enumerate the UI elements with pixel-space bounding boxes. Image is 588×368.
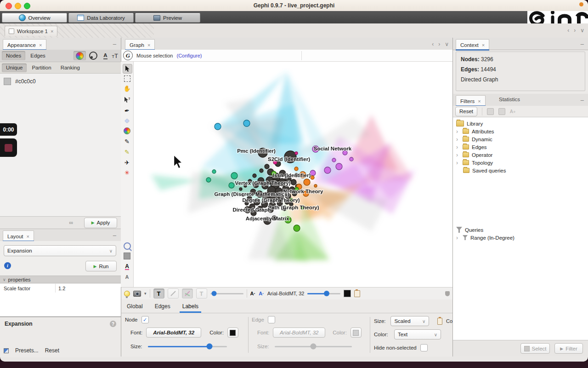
appearance-color-mode-button[interactable]: [74, 51, 86, 60]
center-graph-tool[interactable]: [123, 242, 131, 250]
painter-tool[interactable]: ✒: [123, 106, 131, 115]
layout-info-icon[interactable]: i: [4, 262, 11, 269]
range-expand-icon[interactable]: ›: [456, 235, 460, 241]
graph-node[interactable]: [294, 167, 298, 171]
show-node-labels-button[interactable]: T: [153, 288, 164, 299]
background-color-tool[interactable]: [123, 252, 131, 260]
run-button[interactable]: ▶ Run: [85, 261, 117, 271]
layout-close-icon[interactable]: ×: [27, 234, 29, 239]
sizer-tool[interactable]: ◆: [123, 116, 131, 125]
graph-node[interactable]: [215, 123, 221, 130]
graph-prev-icon[interactable]: ‹: [432, 41, 434, 47]
graph-node[interactable]: [229, 183, 234, 188]
unique-color-swatch[interactable]: [4, 78, 11, 85]
show-edge-labels-button[interactable]: T: [196, 288, 207, 299]
tree-item-edges[interactable]: › Edges: [453, 143, 588, 151]
layout-minimize-icon[interactable]: –: [113, 232, 116, 239]
node-size-slider[interactable]: [148, 346, 227, 347]
data-laboratory-perspective-button[interactable]: Data Laboratory: [68, 13, 134, 23]
graph-node[interactable]: [294, 225, 300, 231]
filters-sheet-icon[interactable]: [487, 108, 494, 115]
presets-button[interactable]: Presets...: [15, 347, 39, 354]
label-color-tool[interactable]: A: [123, 262, 131, 271]
filters-duplicate-icon[interactable]: [498, 108, 505, 115]
tree-item-saved-queries[interactable]: Saved queries: [453, 167, 588, 174]
graph-node[interactable]: [295, 152, 298, 155]
tree-query-range[interactable]: › Range (In-Degree): [453, 234, 588, 242]
tree-queries[interactable]: Queries: [453, 226, 588, 234]
graph-menu-icon[interactable]: ∨: [445, 41, 449, 47]
label-scale-knob[interactable]: [324, 291, 329, 296]
appearance-close-icon[interactable]: ×: [39, 42, 42, 48]
context-minimize-icon[interactable]: –: [581, 40, 584, 47]
screenshot-camera-icon[interactable]: [133, 291, 141, 297]
edge-weight-knob[interactable]: [212, 291, 217, 296]
preview-perspective-button[interactable]: Preview: [135, 13, 200, 23]
filters-autoapply-icon[interactable]: A∘: [510, 109, 516, 114]
statistics-tab[interactable]: Statistics: [499, 97, 520, 102]
edge-pencil-tool[interactable]: ✎: [123, 148, 131, 156]
select-button[interactable]: Select: [520, 343, 550, 354]
label-font-button[interactable]: Arial-BoldMT, 32: [267, 291, 305, 296]
edit-node-tool[interactable]: ?: [123, 96, 131, 104]
graph-node[interactable]: [304, 179, 310, 185]
tab-labels[interactable]: Labels: [182, 303, 198, 310]
workspace-menu-icon[interactable]: ∨: [580, 27, 584, 34]
filter-button[interactable]: ▶ Filter: [554, 343, 583, 354]
appearance-minimize-icon[interactable]: –: [113, 40, 116, 47]
reset-colors-tool[interactable]: ✳: [123, 168, 131, 177]
graph-node[interactable]: [260, 169, 263, 172]
ranking-tab[interactable]: Ranking: [57, 63, 84, 72]
node-labels-checkbox[interactable]: ✓: [141, 316, 149, 323]
graph-node[interactable]: [243, 120, 250, 126]
tree-item-topology[interactable]: › Topology: [453, 159, 588, 167]
edges-expand-icon[interactable]: ›: [456, 144, 460, 150]
hide-nonselected-checkbox[interactable]: [420, 344, 428, 351]
appearance-label-color-button[interactable]: A: [101, 51, 110, 60]
label-size-mode-select[interactable]: Scaled∨: [390, 316, 429, 326]
label-scale-slider[interactable]: [307, 293, 340, 294]
label-attributes-clipboard-icon[interactable]: [354, 290, 360, 297]
graph-close-icon[interactable]: ×: [147, 42, 150, 48]
graph-node[interactable]: [206, 178, 211, 182]
layout-properties-header[interactable]: ∨ properties: [0, 276, 121, 283]
layout-tab[interactable]: Layout ×: [3, 230, 34, 242]
auto-apply-icon[interactable]: ∞: [69, 219, 73, 226]
help-icon[interactable]: ?: [110, 321, 116, 327]
dynamic-expand-icon[interactable]: ›: [456, 136, 460, 143]
edge-size-slider[interactable]: [275, 346, 352, 347]
partition-tab[interactable]: Partition: [28, 63, 55, 72]
graph-node[interactable]: [350, 157, 353, 161]
graph-node[interactable]: [291, 179, 296, 185]
direct-selection-tool[interactable]: [123, 64, 132, 74]
workspace-tab[interactable]: Workspace 1 ×: [5, 26, 57, 36]
screenshot-options-icon[interactable]: ▾: [144, 291, 147, 296]
tree-item-dynamic[interactable]: › Dynamic: [453, 135, 588, 143]
node-pencil-tool[interactable]: ✎: [123, 137, 131, 146]
filters-reset-button[interactable]: Reset: [455, 107, 477, 116]
configure-clipboard-icon[interactable]: [437, 318, 442, 325]
appearance-label-size-button[interactable]: TT: [111, 51, 121, 60]
graph-node[interactable]: [314, 184, 317, 187]
filters-minimize-icon[interactable]: –: [581, 97, 584, 104]
label-color-swatch[interactable]: [344, 290, 351, 297]
workspace-next-icon[interactable]: ›: [574, 27, 576, 34]
context-close-icon[interactable]: ×: [482, 42, 485, 48]
edge-font-button[interactable]: Arial-BoldMT, 32: [273, 328, 325, 338]
graph-node[interactable]: [265, 164, 269, 169]
graph-next-icon[interactable]: ›: [438, 41, 440, 47]
appearance-edges-tab[interactable]: Edges: [26, 51, 50, 60]
layout-algorithm-select[interactable]: Expansion ∨: [4, 245, 116, 256]
rectangle-selection-tool[interactable]: [123, 74, 131, 83]
tab-global[interactable]: Global: [127, 303, 143, 310]
edge-color-mode-button[interactable]: [182, 288, 193, 299]
layout-reset-button[interactable]: Reset: [45, 347, 59, 354]
node-label-size-icon[interactable]: A·: [259, 291, 264, 296]
configure-link[interactable]: (Configure): [177, 53, 202, 58]
label-color-mode-select[interactable]: Text∨: [394, 329, 441, 339]
edge-labels-checkbox[interactable]: [268, 316, 275, 323]
graph-node[interactable]: [324, 167, 331, 173]
tree-item-operator[interactable]: › Operator: [453, 151, 588, 159]
graph-node[interactable]: [311, 176, 314, 179]
graph-node[interactable]: [310, 170, 316, 176]
